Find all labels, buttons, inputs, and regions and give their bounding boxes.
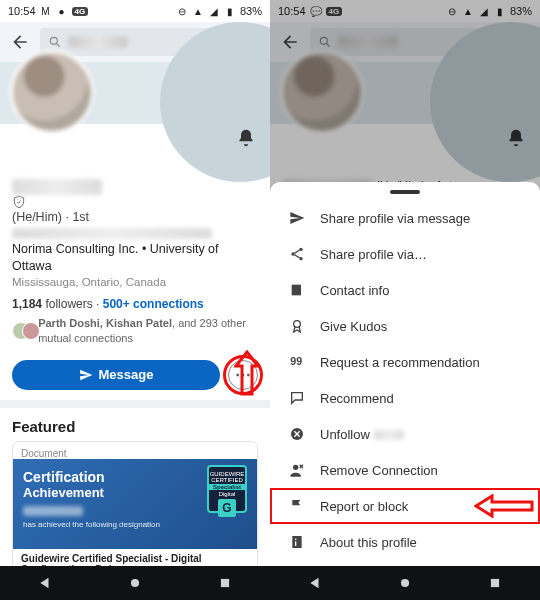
- nav-back-icon[interactable]: [308, 576, 322, 590]
- status-time: 10:54: [8, 5, 36, 17]
- svg-rect-20: [491, 579, 499, 587]
- notif-icon: ●: [56, 5, 68, 17]
- svg-line-1: [57, 44, 60, 47]
- sheet-request-recommendation[interactable]: 99Request a recommendation: [270, 344, 540, 380]
- chat-icon: [288, 389, 306, 407]
- svg-text:99: 99: [290, 355, 302, 367]
- sheet-about-profile[interactable]: About this profile: [270, 524, 540, 560]
- android-navbar: [0, 566, 270, 600]
- svg-rect-11: [292, 285, 301, 296]
- signal-icon: ◢: [208, 5, 220, 17]
- sheet-give-kudos[interactable]: Give Kudos: [270, 308, 540, 344]
- sheet-handle[interactable]: [390, 190, 420, 194]
- name-blur: [12, 179, 102, 195]
- share-icon: [288, 245, 306, 263]
- svg-rect-17: [295, 539, 296, 540]
- x-circle-icon: [288, 425, 306, 443]
- sheet-unfollow[interactable]: Unfollow: [270, 416, 540, 452]
- followers-count: 1,184: [12, 297, 42, 311]
- doc-type-label: Document: [13, 442, 257, 459]
- notify-bell-button[interactable]: [236, 128, 256, 148]
- svg-point-19: [401, 579, 409, 587]
- nav-recent-icon[interactable]: [488, 576, 502, 590]
- headline-blur: [12, 228, 212, 239]
- person-x-icon: [288, 461, 306, 479]
- android-navbar: [270, 566, 540, 600]
- nav-home-icon[interactable]: [128, 576, 142, 590]
- sheet-recommend[interactable]: Recommend: [270, 380, 540, 416]
- flag-icon: [288, 497, 306, 515]
- action-sheet: Share profile via message Share profile …: [270, 182, 540, 566]
- svg-line-9: [294, 250, 299, 253]
- sheet-remove-connection[interactable]: Remove Connection: [270, 452, 540, 488]
- doc-preview: Certification Achievement has achieved t…: [13, 459, 257, 549]
- info-icon: [288, 533, 306, 551]
- battery-pct: 83%: [240, 5, 262, 17]
- battery-icon: ▮: [224, 5, 236, 17]
- svg-point-2: [131, 579, 139, 587]
- sheet-share-via[interactable]: Share profile via…: [270, 236, 540, 272]
- cert-desc: has achieved the following designation: [23, 520, 247, 529]
- cert-badge: GUIDEWIRE CERTIFIED Specialist Digital G: [207, 465, 247, 513]
- quotes-icon: 99: [288, 353, 306, 371]
- dnd-icon: ⊖: [176, 5, 188, 17]
- svg-rect-18: [295, 541, 296, 546]
- pronoun-text: (He/Him): [12, 210, 62, 224]
- nav-recent-icon[interactable]: [218, 576, 232, 590]
- search-icon: [48, 35, 62, 49]
- card-icon: [288, 281, 306, 299]
- send-icon: [79, 368, 93, 382]
- avatar[interactable]: [10, 50, 94, 134]
- svg-point-15: [293, 465, 298, 470]
- svg-line-10: [294, 255, 299, 258]
- message-label: Message: [99, 367, 154, 382]
- mutual-connections[interactable]: Parth Doshi, Kishan Patel, and 293 other…: [12, 316, 258, 346]
- gmail-icon: M: [40, 5, 52, 17]
- sheet-report-block[interactable]: Report or block: [270, 488, 540, 524]
- degree-text: 1st: [72, 210, 89, 224]
- svg-point-0: [50, 37, 57, 44]
- back-button[interactable]: [8, 30, 32, 54]
- verified-shield-icon: [12, 195, 26, 209]
- featured-heading: Featured: [12, 418, 258, 435]
- location-line: Mississauga, Ontario, Canada: [12, 275, 258, 291]
- ribbon-icon: [288, 317, 306, 335]
- message-button[interactable]: Message: [12, 360, 220, 390]
- connections-link[interactable]: 500+ connections: [103, 297, 204, 311]
- mutual-faces: [12, 322, 32, 340]
- annotation-arrow-up: [234, 350, 260, 396]
- followers-label: followers: [45, 297, 92, 311]
- mutual-names: Parth Doshi, Kishan Patel: [38, 317, 172, 329]
- svg-point-12: [294, 321, 301, 328]
- annotation-arrow-left: [474, 494, 534, 518]
- badge-icon: 4G: [72, 7, 89, 16]
- nav-home-icon[interactable]: [398, 576, 412, 590]
- sheet-share-message[interactable]: Share profile via message: [270, 200, 540, 236]
- sheet-contact-info[interactable]: Contact info: [270, 272, 540, 308]
- send-icon: [288, 209, 306, 227]
- cap-line1: Guidewire Certified Specialist - Digital: [21, 553, 202, 564]
- wifi-icon: ▲: [192, 5, 204, 17]
- search-text-blur: [68, 36, 128, 48]
- svg-rect-3: [221, 579, 229, 587]
- nav-back-icon[interactable]: [38, 576, 52, 590]
- company-line: Norima Consulting Inc. • University of O…: [12, 241, 258, 275]
- status-bar: 10:54 M ● 4G ⊖ ▲ ◢ ▮ 83%: [0, 0, 270, 22]
- svg-rect-16: [292, 536, 301, 548]
